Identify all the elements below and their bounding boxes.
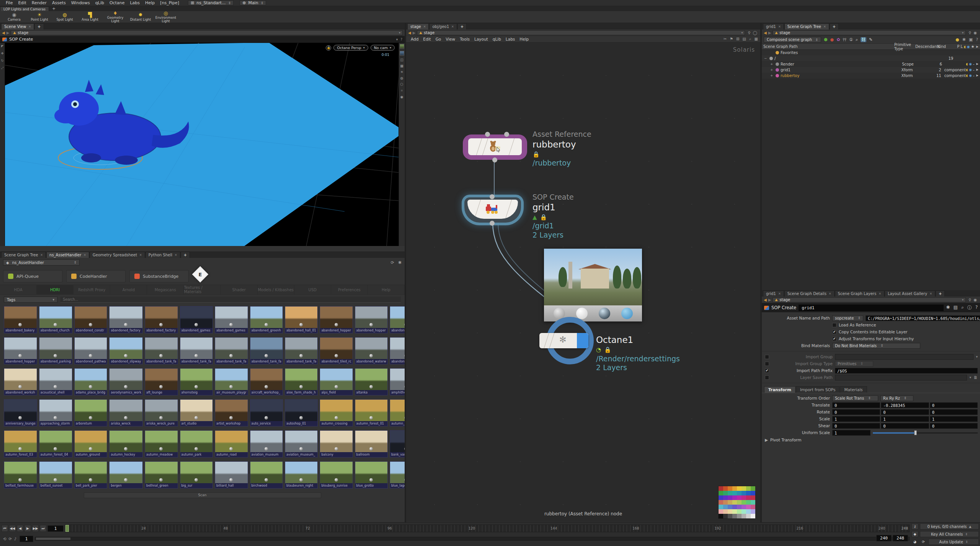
output-connector[interactable] [492,157,497,162]
hdri-thumbnail[interactable]: autumn_forest_01 [355,399,388,426]
prim-purple-icon[interactable]: ✿ [836,37,840,42]
range-slider[interactable] [35,537,910,541]
checkbox[interactable] [832,323,836,327]
keys-status[interactable]: 0 keys, 0/0 channels▲ [920,523,979,530]
range-a-field[interactable]: 240 [876,535,892,541]
close-tab-icon[interactable]: × [823,25,826,28]
category-hda[interactable]: HDA [0,285,37,294]
pin-icon[interactable]: ⚲ [969,31,971,35]
link-selection-icon[interactable]: ⛓ [861,37,866,42]
hdri-thumbnail[interactable]: artist_workshop [215,399,248,426]
viewport-left-toolbar[interactable]: ◤ ✥ ↻ ⤢ [0,43,5,246]
forward-icon[interactable]: ▶ [413,31,416,35]
tab-asset-pane[interactable]: Geometry Spreadsheet× [90,252,145,258]
info-icon[interactable]: ⓘ [967,305,972,311]
hdri-thumbnail[interactable]: auto_service [250,399,283,426]
netmenu-help[interactable]: Help [517,37,531,41]
hdri-thumbnail[interactable]: ballroom [355,430,388,457]
tab-asset-pane[interactable]: ns_AssetHandler× [46,252,89,258]
palette-swatch[interactable] [728,495,732,500]
palette-swatch[interactable] [746,495,751,500]
netmenu-go[interactable]: Go [433,37,444,41]
hdri-thumbnail[interactable]: abandoned_tiled_rc [320,337,353,364]
camera-icon[interactable]: ◉ [400,95,403,99]
vector-field[interactable]: -0.288345 [881,402,929,408]
param-field[interactable] [835,354,973,360]
close-tab-icon[interactable]: × [778,292,781,295]
close-tab-icon[interactable]: × [28,25,31,28]
palette-swatch[interactable] [737,486,742,491]
input-connector[interactable] [504,132,509,137]
search-input[interactable] [60,297,401,303]
hdri-thumbnail[interactable]: aft_lounge [145,368,178,395]
folder-tab-transform[interactable]: Transform [764,386,795,393]
hdri-thumbnail[interactable]: adams_place_bridg [74,368,108,395]
palette-swatch[interactable] [719,491,723,495]
bridge-codehandler[interactable]: CodeHandler [66,270,126,282]
snap-icon[interactable]: ⌗ [401,89,403,93]
category-preferences[interactable]: Preferences [331,285,368,294]
palette-swatch[interactable] [732,486,737,491]
hdri-thumbnail[interactable]: abandoned_factory [109,306,143,333]
hdri-thumbnail[interactable]: abandoned_hopper [355,306,388,333]
hdri-thumbnail[interactable]: autumn_ground [74,430,108,457]
category-hdri[interactable]: HDRI [37,285,74,294]
asset-path-field[interactable]: C:/PROGRA~1/SIDEEF~1/HOUDIN~1.605/houdin… [866,315,980,321]
wireframe-icon[interactable]: ⬡ [400,82,403,86]
link-icon[interactable]: ◉ [973,298,977,302]
output-connector[interactable] [490,221,495,226]
hdri-thumbnail[interactable]: aviation_museum [250,430,283,457]
palette-swatch[interactable] [732,495,737,500]
gear-icon[interactable]: ✱ [946,305,950,311]
search-icon[interactable]: ⌕ [961,305,964,311]
hdri-thumbnail[interactable]: art_studio [180,399,213,426]
info-icon[interactable]: ① [849,37,853,42]
hdri-thumbnail[interactable]: autumn_crossing [320,399,353,426]
rotate-order-select[interactable]: Rx Ry Rz⇕ [880,395,913,401]
hdri-thumbnail[interactable]: bergen [109,461,143,489]
hdri-thumbnail[interactable]: autumn_hockey [109,430,143,457]
expand-icon[interactable]: + [770,74,774,77]
close-tab-icon[interactable]: × [175,253,177,257]
move-tool-icon[interactable]: ✥ [1,52,4,55]
tab-parameters[interactable]: Scene Graph Details× [784,290,835,297]
input-connector[interactable] [485,132,490,137]
palette-swatch[interactable] [751,505,755,509]
select-tool-icon[interactable]: ◤ [1,44,3,48]
netmenu-tools[interactable]: Tools [457,37,472,41]
scene-graph-row[interactable]: +RenderScope6◖◉-➤ [762,61,980,67]
hdri-thumbnail[interactable]: belfast_farmhouse [4,461,37,489]
shelf-tool-camera[interactable]: ◉Camera [2,11,26,22]
hdri-thumbnail[interactable]: air_museum_playgr [215,368,248,395]
keyframe-icon[interactable]: ◆ [911,531,918,537]
bridge-api-queue[interactable]: API-Queue [3,270,62,282]
snapshot-thumb[interactable] [400,51,404,56]
shelf-tool-geometry-light[interactable]: ♦Geometry Light [103,11,127,22]
checkbox[interactable] [765,375,769,380]
bridge-substancebridge[interactable]: SubstanceBridge [129,270,189,282]
hdri-thumbnail[interactable]: blaubeuren_night [285,461,318,489]
forward-icon[interactable]: ▶ [768,31,771,35]
node-octane1[interactable]: ✻ [539,333,588,348]
add-tab-button[interactable]: + [457,23,467,30]
vector-field[interactable]: 0 [832,423,880,429]
palette-swatch[interactable] [723,505,728,509]
light-icon[interactable]: ☀ [400,70,403,74]
asset-name-select[interactable]: sopcreate⇕ [832,315,863,321]
help-icon[interactable]: ? [400,38,402,41]
hdri-thumbnail[interactable]: approaching_storm [39,399,72,426]
palette-swatch[interactable] [723,486,728,491]
hdri-thumbnail[interactable]: abandoned_tank_fa [250,337,283,364]
sliders-icon[interactable]: ⫯⫯ [843,37,846,42]
netmenu-labs[interactable]: Labs [503,37,517,41]
box-icon[interactable]: ⊞ [736,37,739,41]
category-help[interactable]: Help [368,285,405,294]
category-redshift-proxy[interactable]: Redshift Proxy [74,285,110,294]
display-flag-icon[interactable]: ▲ [532,214,537,221]
vector-field[interactable]: 1 [881,416,929,422]
shelf-tool-distant-light[interactable]: ✹Distant Light [129,11,152,22]
hdri-thumbnail[interactable]: aerodynamics_work [109,368,143,395]
hdri-thumbnail[interactable]: autumn_forest_04 [39,430,72,457]
goto-start-button[interactable]: ⏮ [2,525,8,532]
prim-red-icon[interactable]: ● [830,37,834,42]
